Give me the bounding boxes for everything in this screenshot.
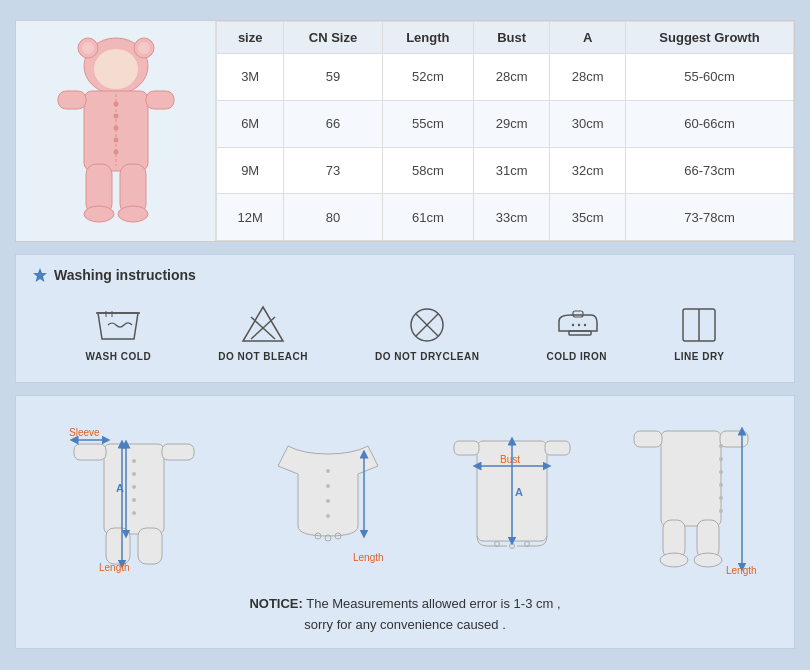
size-table-cell: 59: [284, 54, 382, 101]
svg-point-57: [326, 514, 330, 518]
svg-point-30: [572, 324, 574, 326]
svg-point-56: [326, 499, 330, 503]
svg-point-5: [94, 49, 138, 89]
svg-rect-73: [663, 520, 685, 558]
svg-point-44: [132, 511, 136, 515]
diagram-romper-bust: Bust A: [442, 416, 582, 576]
cold-iron-label: COLD IRON: [546, 351, 607, 362]
size-table-cell: 35cm: [550, 194, 626, 241]
svg-rect-29: [573, 311, 583, 317]
svg-marker-19: [33, 268, 47, 282]
size-table-header-cell: Length: [382, 22, 473, 54]
svg-point-79: [719, 470, 723, 474]
svg-rect-14: [146, 91, 174, 109]
svg-rect-74: [697, 520, 719, 558]
size-table-cell: 80: [284, 194, 382, 241]
svg-point-55: [326, 484, 330, 488]
svg-point-64: [510, 544, 515, 549]
size-table-header-cell: size: [217, 22, 284, 54]
svg-point-43: [132, 498, 136, 502]
svg-point-78: [719, 457, 723, 461]
size-table-cell: 66-73cm: [626, 147, 794, 194]
size-table-cell: 6M: [217, 100, 284, 147]
svg-text:A: A: [515, 486, 523, 498]
no-bleach-item: DO NOT BLEACH: [218, 303, 308, 362]
diagram-romper-full: A Length Sleeve: [54, 416, 214, 576]
main-container: sizeCN SizeLengthBustASuggest Growth 3M5…: [15, 20, 795, 649]
size-table-row: 9M7358cm31cm32cm66-73cm: [217, 147, 794, 194]
size-table-cell: 3M: [217, 54, 284, 101]
size-table-cell: 33cm: [474, 194, 550, 241]
svg-rect-13: [58, 91, 86, 109]
svg-point-12: [113, 150, 118, 155]
product-image: [16, 21, 216, 241]
wash-cold-icon: [94, 303, 142, 345]
svg-rect-37: [162, 444, 194, 460]
size-table-row: 12M8061cm33cm35cm73-78cm: [217, 194, 794, 241]
svg-point-18: [118, 206, 148, 222]
size-table-cell: 55-60cm: [626, 54, 794, 101]
svg-point-82: [719, 509, 723, 513]
svg-point-81: [719, 496, 723, 500]
washing-title: Washing instructions: [32, 267, 778, 283]
star-icon: [32, 267, 48, 283]
svg-point-80: [719, 483, 723, 487]
svg-text:A: A: [116, 482, 124, 494]
size-table-header-cell: Bust: [474, 22, 550, 54]
cold-iron-icon: [553, 303, 601, 345]
size-table: sizeCN SizeLengthBustASuggest Growth 3M5…: [216, 21, 794, 241]
svg-rect-62: [545, 441, 570, 455]
svg-point-31: [578, 324, 580, 326]
wash-cold-item: WASH COLD: [86, 303, 152, 362]
size-table-header-cell: A: [550, 22, 626, 54]
size-table-cell: 30cm: [550, 100, 626, 147]
no-bleach-label: DO NOT BLEACH: [218, 351, 308, 362]
size-table-cell: 12M: [217, 194, 284, 241]
size-table-cell: 32cm: [550, 147, 626, 194]
size-table-cell: 60-66cm: [626, 100, 794, 147]
diagrams-row: A Length Sleeve: [32, 408, 778, 584]
svg-rect-39: [138, 528, 162, 564]
size-table-cell: 29cm: [474, 100, 550, 147]
svg-point-10: [113, 126, 118, 131]
line-dry-icon: [675, 303, 723, 345]
washing-icons: WASH COLD DO NOT BLEACH: [32, 295, 778, 370]
size-table-cell: 58cm: [382, 147, 473, 194]
size-table-header-cell: Suggest Growth: [626, 22, 794, 54]
size-table-cell: 28cm: [550, 54, 626, 101]
size-table-cell: 28cm: [474, 54, 550, 101]
svg-point-54: [326, 469, 330, 473]
svg-rect-61: [454, 441, 479, 455]
notice-label: NOTICE:: [249, 596, 302, 611]
size-table-cell: 55cm: [382, 100, 473, 147]
svg-text:Sleeve: Sleeve: [69, 427, 100, 438]
svg-point-76: [694, 553, 722, 567]
size-table-cell: 9M: [217, 147, 284, 194]
svg-text:Bust: Bust: [500, 454, 520, 465]
size-table-cell: 61cm: [382, 194, 473, 241]
svg-rect-72: [720, 431, 748, 447]
svg-rect-36: [74, 444, 106, 460]
wash-cold-label: WASH COLD: [86, 351, 152, 362]
svg-point-17: [84, 206, 114, 222]
notice-text-line2: sorry for any convenience caused .: [304, 617, 506, 632]
top-section: sizeCN SizeLengthBustASuggest Growth 3M5…: [15, 20, 795, 242]
svg-point-11: [113, 138, 118, 143]
no-dryclean-label: DO NOT DRYCLEAN: [375, 351, 479, 362]
svg-point-40: [132, 459, 136, 463]
svg-point-8: [113, 102, 118, 107]
svg-point-41: [132, 472, 136, 476]
size-table-header-cell: CN Size: [284, 22, 382, 54]
cold-iron-item: COLD IRON: [546, 303, 607, 362]
washing-section: Washing instructions WA: [15, 254, 795, 383]
svg-marker-22: [243, 307, 283, 341]
no-bleach-icon: [239, 303, 287, 345]
svg-text:Length: Length: [353, 552, 384, 563]
diagram-bodysuit: Length: [258, 416, 398, 576]
size-table-cell: 66: [284, 100, 382, 147]
size-table-row: 3M5952cm28cm28cm55-60cm: [217, 54, 794, 101]
size-table-row: 6M6655cm29cm30cm60-66cm: [217, 100, 794, 147]
line-dry-item: LINE DRY: [674, 303, 724, 362]
svg-point-75: [660, 553, 688, 567]
svg-rect-70: [661, 431, 721, 526]
